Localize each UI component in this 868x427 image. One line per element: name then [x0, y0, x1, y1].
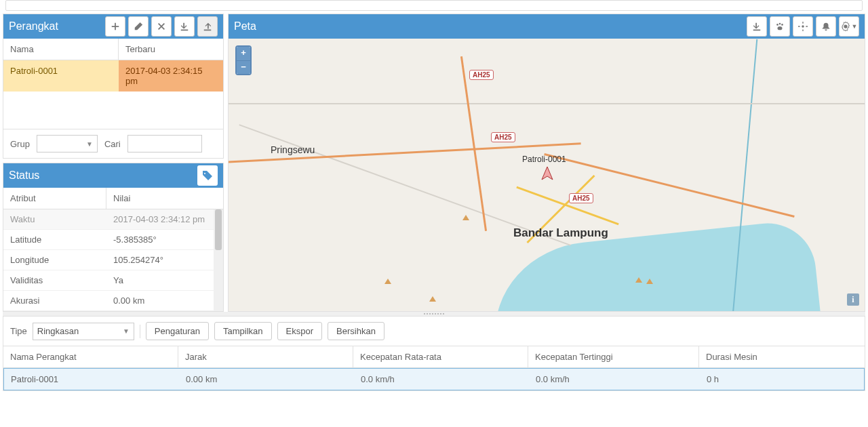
- road-shield: AH25: [491, 132, 515, 142]
- clear-button[interactable]: Bersihkan: [328, 322, 384, 340]
- report-row[interactable]: Patroli-0001 0.00 km 0.0 km/h 0.0 km/h 0…: [3, 368, 865, 390]
- search-input[interactable]: [127, 135, 202, 152]
- search-label: Cari: [104, 139, 121, 149]
- devices-panel-title: Perangkat: [9, 20, 105, 33]
- status-panel-title: Status: [9, 169, 197, 182]
- city-label-pringsewu: Pringsewu: [271, 144, 315, 155]
- map-attribution-button[interactable]: i: [847, 293, 859, 306]
- report-type-combo[interactable]: Ringkasan▼: [33, 323, 134, 340]
- map-panel: Peta ▼: [228, 14, 865, 312]
- settings-button[interactable]: Pengaturan: [146, 322, 209, 340]
- map-download-button[interactable]: [747, 16, 767, 37]
- report-table-header: Nama Perangkat Jarak Kecepatan Rata-rata…: [3, 346, 865, 368]
- zoom-out-button[interactable]: −: [237, 60, 250, 74]
- zoom-in-button[interactable]: +: [237, 47, 250, 60]
- devices-col-name: Nama: [3, 39, 119, 60]
- status-col-attr: Atribut: [3, 188, 106, 209]
- status-row: Akurasi 0.00 km: [3, 291, 223, 311]
- status-row: Longitude 105.254274°: [3, 250, 223, 270]
- map-locate-button[interactable]: [793, 16, 813, 37]
- map-canvas[interactable]: Pringsewu Bandar Lampung AH25 AH25 AH25 …: [229, 39, 865, 311]
- status-table-header: Atribut Nilai: [3, 188, 223, 209]
- group-label: Grup: [10, 139, 30, 149]
- status-row: Latitude -5.385385°: [3, 230, 223, 250]
- road-shield: AH25: [469, 70, 494, 80]
- map-paw-button[interactable]: [770, 16, 790, 37]
- edit-device-button[interactable]: [128, 16, 149, 37]
- svg-point-2: [781, 24, 783, 26]
- status-scrollbar[interactable]: [214, 209, 223, 311]
- zoom-control: + −: [235, 45, 252, 75]
- device-row-latest: 2017-04-03 2:34:15 pm: [119, 60, 223, 92]
- svg-point-1: [779, 23, 781, 25]
- devices-panel: Perangkat Nama Terbaru Patroli-0001 2017…: [3, 14, 224, 159]
- reports-panel: Tipe Ringkasan▼ Pengaturan Tampilkan Eks…: [3, 316, 865, 391]
- report-type-label: Tipe: [10, 326, 27, 336]
- status-panel: Status Atribut Nilai Waktu 2017-04-03 2:…: [3, 163, 224, 312]
- device-row[interactable]: Patroli-0001 2017-04-03 2:34:15 pm: [3, 60, 223, 92]
- svg-point-0: [776, 24, 778, 26]
- status-col-value: Nilai: [106, 188, 223, 209]
- address-bar[interactable]: [5, 0, 863, 11]
- city-label-bandar-lampung: Bandar Lampung: [513, 226, 608, 240]
- svg-point-4: [802, 25, 804, 28]
- road-shield: AH25: [569, 193, 593, 203]
- tag-icon[interactable]: [197, 165, 218, 186]
- devices-table-header: Nama Terbaru: [3, 39, 223, 60]
- svg-point-3: [778, 26, 783, 30]
- group-combo[interactable]: ▼: [37, 135, 98, 152]
- add-device-button[interactable]: [105, 16, 125, 37]
- map-settings-button[interactable]: ▼: [839, 16, 859, 37]
- download-device-button[interactable]: [174, 16, 195, 37]
- show-button[interactable]: Tampilkan: [214, 322, 272, 340]
- export-button[interactable]: Ekspor: [277, 322, 322, 340]
- delete-device-button[interactable]: [151, 16, 172, 37]
- map-bell-button[interactable]: [816, 16, 836, 37]
- upload-device-button[interactable]: [197, 16, 218, 37]
- device-row-name: Patroli-0001: [3, 60, 119, 92]
- devices-col-latest: Terbaru: [119, 39, 223, 60]
- map-panel-title: Peta: [234, 20, 747, 33]
- status-row: Validitas Ya: [3, 270, 223, 291]
- status-row: Waktu 2017-04-03 2:34:12 pm: [3, 209, 223, 230]
- device-marker-label: Patroli-0001: [522, 155, 566, 164]
- device-marker[interactable]: [540, 166, 554, 181]
